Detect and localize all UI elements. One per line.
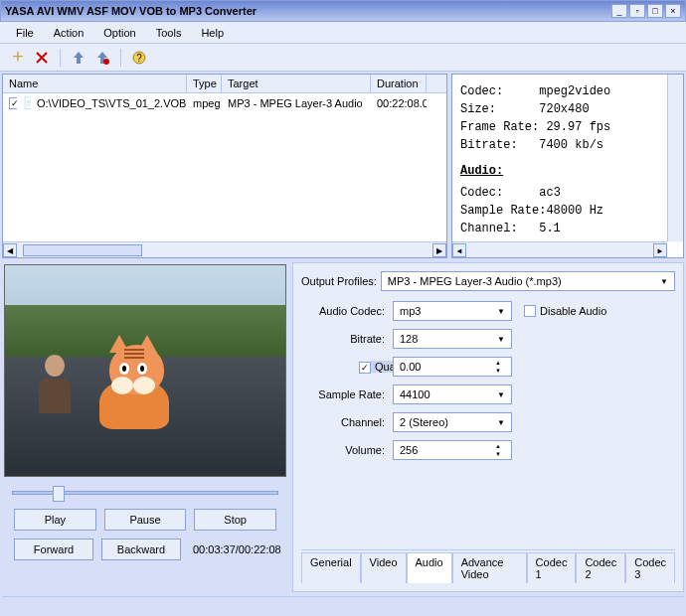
scroll-right-icon[interactable]: ▶ (432, 243, 446, 257)
svg-text:?: ? (136, 53, 142, 64)
stop-convert-icon[interactable] (92, 48, 112, 68)
file-list: Name Type Target Duration ✓ 📄 O:\VIDEO_T… (2, 74, 447, 258)
tab-codec2[interactable]: Codec 2 (576, 552, 625, 583)
window-title: YASA AVI WMV ASF MOV VOB to MP3 Converte… (5, 5, 611, 17)
seek-slider[interactable] (4, 481, 286, 505)
col-type[interactable]: Type (187, 75, 222, 92)
window-controls: _ ▫ □ × (611, 4, 681, 18)
volume-label: Volume: (301, 444, 393, 456)
menubar: File Action Option Tools Help (0, 22, 686, 44)
channel-label: Channel: (301, 416, 393, 428)
cell-duration: 00:22:08.0 (371, 96, 427, 110)
convert-icon[interactable] (69, 48, 88, 68)
output-profile-select[interactable]: MP3 - MPEG Layer-3 Audio (*.mp3) ▼ (381, 271, 675, 291)
info-size-label: Size: (460, 102, 496, 116)
preview-pane: Play Pause Stop Forward Backward 00:03:3… (0, 260, 290, 594)
col-name[interactable]: Name (3, 75, 187, 92)
output-profile-value: MP3 - MPEG Layer-3 Audio (*.mp3) (388, 275, 562, 287)
minimize-icon[interactable]: _ (611, 4, 627, 18)
audio-codec-label: Audio Codec: (301, 305, 393, 317)
samplerate-select[interactable]: 44100▼ (393, 385, 512, 404)
backward-button[interactable]: Backward (101, 539, 181, 560)
disable-audio-checkbox[interactable] (524, 305, 536, 317)
svg-point-0 (103, 59, 109, 65)
quality-input[interactable]: 0.00▲▼ (393, 357, 512, 377)
tab-audio[interactable]: Audio (407, 552, 452, 583)
tab-advance-video[interactable]: Advance Video (452, 552, 527, 583)
toolbar-separator (60, 49, 61, 67)
restore-icon[interactable]: ▫ (629, 4, 645, 18)
info-bitrate-label: Bitrate: (460, 138, 518, 152)
file-row[interactable]: ✓ 📄 O:\VIDEO_TS\VTS_01_2.VOB mpeg MP3 - … (3, 93, 446, 112)
menu-help[interactable]: Help (193, 25, 232, 41)
bitrate-select[interactable]: 128▼ (393, 329, 512, 349)
samplerate-label: Sample Rate: (301, 388, 393, 400)
bitrate-label: Bitrate: (301, 333, 393, 345)
quality-checkbox[interactable]: ✓ (359, 362, 371, 374)
settings-tabs: Generial Video Audio Advance Video Codec… (301, 549, 675, 583)
cell-name: O:\VIDEO_TS\VTS_01_2.VOB (31, 96, 187, 110)
spin-up-icon[interactable]: ▲ (491, 359, 505, 367)
pause-button[interactable]: Pause (104, 509, 187, 531)
chevron-down-icon: ▼ (497, 335, 505, 344)
info-samplerate-label: Sample Rate: (460, 204, 546, 218)
tab-codec1[interactable]: Codec 1 (527, 552, 577, 583)
col-target[interactable]: Target (222, 75, 371, 92)
scroll-left-icon[interactable]: ◀ (3, 243, 17, 257)
close-icon[interactable]: × (665, 4, 681, 18)
info-codec-label: Codec: (460, 84, 503, 98)
file-icon: 📄 (17, 95, 31, 110)
spin-down-icon[interactable]: ▼ (491, 450, 505, 458)
video-preview[interactable] (4, 264, 286, 477)
spin-up-icon[interactable]: ▲ (491, 442, 505, 450)
info-samplerate-value: 48000 Hz (546, 204, 603, 218)
scroll-left-icon[interactable]: ◀ (452, 243, 466, 257)
toolbar: ? (0, 44, 686, 72)
menu-option[interactable]: Option (95, 25, 143, 41)
seek-thumb[interactable] (53, 486, 65, 502)
help-icon[interactable]: ? (129, 48, 149, 68)
forward-button[interactable]: Forward (14, 539, 93, 560)
channel-select[interactable]: 2 (Stereo)▼ (393, 412, 512, 432)
stop-button[interactable]: Stop (194, 509, 276, 531)
chevron-down-icon: ▼ (497, 307, 505, 316)
disable-audio-label: Disable Audio (540, 305, 606, 317)
toolbar-separator (120, 49, 121, 67)
tab-general[interactable]: Generial (301, 552, 361, 583)
spin-down-icon[interactable]: ▼ (491, 367, 505, 375)
menu-file[interactable]: File (8, 25, 42, 41)
chevron-down-icon: ▼ (497, 390, 505, 399)
info-acodec-value: ac3 (539, 186, 561, 200)
info-channel-label: Channel: (460, 222, 518, 235)
time-display: 00:03:37/00:22:08 (189, 543, 281, 555)
tab-video[interactable]: Video (361, 552, 407, 583)
tab-codec3[interactable]: Codec 3 (625, 552, 675, 583)
info-size-value: 720x480 (539, 102, 589, 116)
row-checkbox[interactable]: ✓ (9, 97, 17, 109)
audio-codec-select[interactable]: mp3▼ (393, 301, 512, 321)
output-profile-label: Output Profiles: (301, 275, 377, 287)
lower-panes: Play Pause Stop Forward Backward 00:03:3… (0, 260, 686, 594)
info-bitrate-value: 7400 kb/s (539, 138, 603, 152)
info-audio-header: Audio: (460, 162, 675, 180)
maximize-icon[interactable]: □ (647, 4, 663, 18)
filelist-hscroll[interactable]: ◀ ▶ (3, 241, 446, 257)
remove-file-icon[interactable] (32, 48, 52, 68)
file-list-header: Name Type Target Duration (3, 75, 446, 93)
titlebar: YASA AVI WMV ASF MOV VOB to MP3 Converte… (0, 0, 686, 22)
cell-type: mpeg (187, 96, 222, 110)
col-duration[interactable]: Duration (371, 75, 427, 92)
info-hscroll[interactable]: ◀ ▶ (452, 241, 667, 257)
volume-input[interactable]: 256▲▼ (393, 440, 512, 460)
menu-tools[interactable]: Tools (148, 25, 190, 41)
menu-action[interactable]: Action (46, 25, 92, 41)
info-framerate-label: Frame Rate: (460, 120, 539, 134)
upper-panes: Name Type Target Duration ✓ 📄 O:\VIDEO_T… (0, 72, 686, 260)
settings-pane: Output Profiles: MP3 - MPEG Layer-3 Audi… (292, 262, 684, 592)
add-file-icon[interactable] (8, 48, 28, 68)
scroll-thumb[interactable] (23, 244, 142, 256)
play-button[interactable]: Play (14, 509, 96, 531)
info-vscroll[interactable] (667, 75, 683, 241)
scroll-right-icon[interactable]: ▶ (653, 243, 667, 257)
cell-target: MP3 - MPEG Layer-3 Audio (222, 96, 371, 110)
